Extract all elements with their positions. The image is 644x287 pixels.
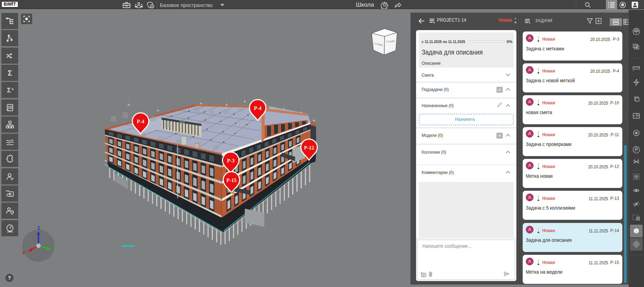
svg-text:Σ: Σ xyxy=(7,86,10,94)
svg-text:Z: Z xyxy=(37,226,40,231)
svg-text:Σ: Σ xyxy=(8,69,12,77)
svg-text:1: 1 xyxy=(634,158,635,160)
svg-text:P-4: P-4 xyxy=(137,119,144,124)
svg-text:P-12: P-12 xyxy=(304,145,314,150)
svg-text:X: X xyxy=(22,250,25,255)
svg-text:?: ? xyxy=(8,275,11,281)
svg-text:2: 2 xyxy=(638,158,639,160)
svg-text:P-3: P-3 xyxy=(227,158,235,163)
svg-text:2D: 2D xyxy=(8,106,12,110)
svg-text:P-4: P-4 xyxy=(254,105,262,111)
svg-text:Y: Y xyxy=(53,247,56,252)
svg-text:P-15: P-15 xyxy=(226,177,236,183)
svg-text:+: + xyxy=(11,86,14,91)
